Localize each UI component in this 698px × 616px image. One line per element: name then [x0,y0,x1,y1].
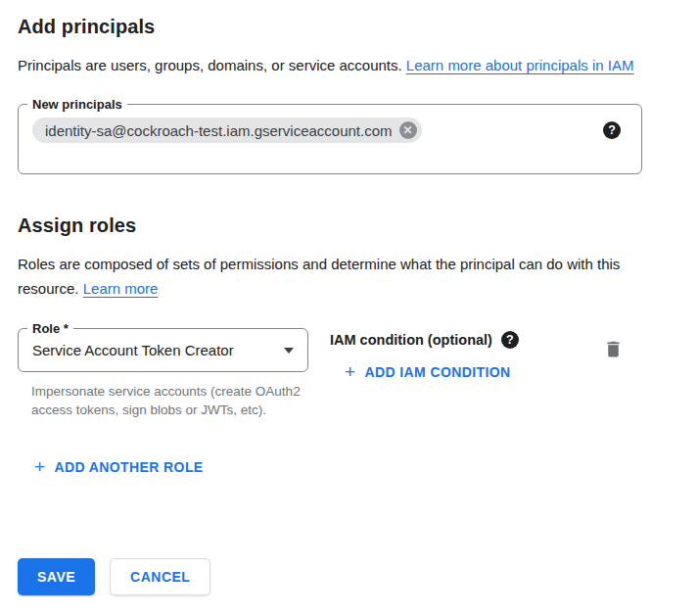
roles-description: Roles are composed of sets of permission… [18,252,652,301]
learn-more-principals-link[interactable]: Learn more about principals in IAM [406,57,634,73]
principals-description-text: Principals are users, groups, domains, o… [18,57,406,73]
principal-chip-row: identity-sa@cockroach-test.iam.gservicea… [32,118,628,143]
role-column: Role * Service Account Token Creator Imp… [18,328,308,419]
role-assignment-row: Role * Service Account Token Creator Imp… [18,328,680,419]
role-helper-text: Impersonate service accounts (create OAu… [31,383,301,419]
new-principals-help-icon[interactable]: ? [603,121,621,139]
save-button[interactable]: SAVE [18,558,95,595]
plus-icon: + [34,457,46,476]
trash-icon [603,339,624,359]
add-another-role-label: ADD ANOTHER ROLE [55,459,204,475]
new-principals-label: New principals [27,96,127,113]
iam-condition-label: IAM condition (optional) [330,332,492,348]
add-iam-condition-label: ADD IAM CONDITION [365,364,511,380]
delete-role-column [601,328,680,363]
principals-description: Principals are users, groups, domains, o… [18,53,652,77]
iam-condition-header: IAM condition (optional) ? [330,331,601,349]
dialog-action-buttons: SAVE CANCEL [18,558,210,595]
principal-chip-value: identity-sa@cockroach-test.iam.gservicea… [45,122,393,139]
plus-icon: + [345,362,356,381]
role-label: Role * [27,320,73,337]
role-selected-value: Service Account Token Creator [32,342,234,358]
add-another-role-button[interactable]: + ADD ANOTHER ROLE [34,457,204,476]
assign-roles-title: Assign roles [18,214,680,237]
role-select[interactable]: Role * Service Account Token Creator [18,328,308,372]
new-principals-field[interactable]: New principals identity-sa@cockroach-tes… [18,104,642,174]
principal-chip: identity-sa@cockroach-test.iam.gservicea… [32,118,422,143]
add-iam-condition-button[interactable]: + ADD IAM CONDITION [345,362,511,381]
dropdown-arrow-icon [284,348,294,354]
add-principals-panel: Add principals Principals are users, gro… [0,0,698,497]
page-title: Add principals [18,16,680,38]
learn-more-roles-link[interactable]: Learn more [83,280,159,297]
remove-principal-icon[interactable]: ✕ [399,121,417,139]
iam-condition-column: IAM condition (optional) ? + ADD IAM CON… [330,328,601,382]
iam-condition-help-icon[interactable]: ? [501,331,519,349]
delete-role-button[interactable] [601,337,626,361]
cancel-button[interactable]: CANCEL [110,558,210,595]
add-another-role-row: + ADD ANOTHER ROLE [34,457,680,477]
